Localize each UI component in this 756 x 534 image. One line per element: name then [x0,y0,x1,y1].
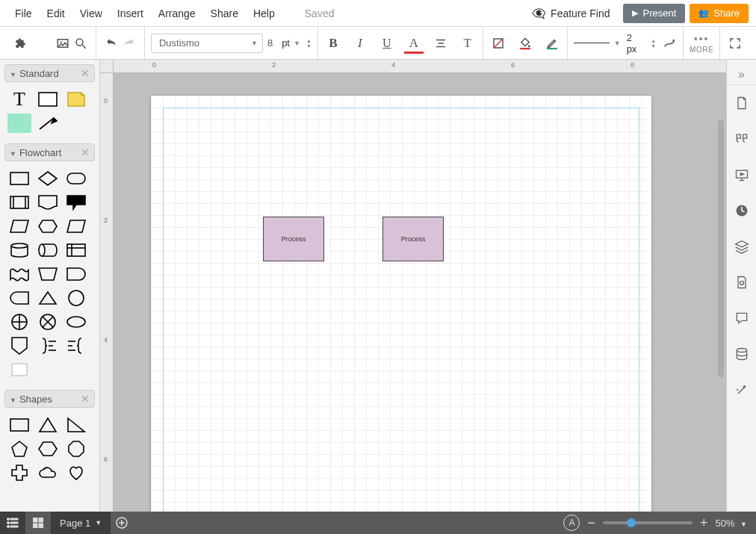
list-view-button[interactable] [0,512,25,534]
menu-arrange[interactable]: Arrange [151,3,203,24]
menu-view[interactable]: View [72,3,110,24]
fc-connector[interactable] [64,288,88,308]
section-standard[interactable]: ▼Standard ✕ [4,64,95,82]
canvas-area[interactable]: 0 2 4 6 8 0 2 4 6 Process Process [100,60,726,512]
shape-triangle[interactable] [36,415,60,435]
menu-help[interactable]: Help [246,3,282,24]
italic-button[interactable]: I [351,34,369,52]
redo-button[interactable] [120,34,138,52]
shape-rtriangle[interactable] [64,415,88,435]
shape-cross[interactable] [7,463,31,482]
zoom-value[interactable]: 50% ▼ [715,518,747,529]
arrow-tool[interactable] [36,114,60,133]
pen-button[interactable] [543,34,561,52]
feature-find-button[interactable]: 👁‍🗨 Feature Find [523,7,619,20]
fc-internal[interactable] [64,240,88,260]
fill-none-button[interactable] [489,34,507,52]
puzzle-icon[interactable] [12,34,30,52]
presentation-icon[interactable] [727,157,757,193]
section-shapes[interactable]: ▼Shapes ✕ [4,390,95,408]
share-button[interactable]: 👥 Share [690,4,749,23]
font-size-value[interactable]: 8 [267,37,273,49]
shape-pentagon[interactable] [7,439,31,459]
shape-octagon[interactable] [64,439,88,459]
fc-extract[interactable] [36,288,60,308]
font-unit-select[interactable]: pt ▼ [277,35,303,52]
fc-predefined[interactable] [7,193,31,212]
page-selector[interactable]: Page 1 ▼ [51,512,111,534]
stroke-width-value[interactable]: 2 px [627,32,642,55]
fc-brace-right[interactable] [36,336,60,356]
zoom-in-button[interactable]: + [700,515,708,531]
text-color-button[interactable]: A [405,34,423,52]
menu-share[interactable]: Share [203,3,246,24]
zoom-thumb[interactable] [627,518,636,527]
rect-shape[interactable] [36,90,60,109]
database-icon[interactable] [727,336,757,372]
menu-insert[interactable]: Insert [110,3,151,24]
fc-process[interactable] [7,169,31,188]
close-icon[interactable]: ✕ [81,146,90,158]
step-up-icon[interactable]: ▲ [651,38,656,43]
step-down-icon[interactable]: ▼ [651,43,656,49]
text-tool[interactable]: T [7,90,31,109]
dock-collapse-button[interactable]: » [727,64,756,85]
fc-callout[interactable] [64,193,88,212]
more-button[interactable]: ••• MORE [690,33,713,54]
search-icon[interactable] [72,34,90,52]
menu-file[interactable]: File [7,3,40,24]
fc-cylinder-h[interactable] [36,240,60,260]
comment-icon[interactable] [727,300,757,336]
font-family-select[interactable]: Dustismo ▼ [151,34,263,53]
grid-view-button[interactable] [25,512,51,534]
shape-cloud[interactable] [36,463,60,482]
canvas-viewport[interactable]: Process Process [114,73,726,512]
fc-offpage[interactable] [7,336,31,356]
zoom-slider[interactable] [603,521,693,524]
step-down-icon[interactable]: ▼ [306,43,312,49]
bold-button[interactable]: B [324,34,342,52]
zoom-out-button[interactable]: − [587,515,595,531]
fc-display[interactable] [7,288,31,308]
page[interactable]: Process Process [151,96,651,512]
highlight-shape[interactable] [7,114,31,133]
shape-hexagon[interactable] [36,439,60,459]
text-options-button[interactable]: T [459,34,477,52]
stroke-width-stepper[interactable]: ▲ ▼ [651,38,656,49]
step-up-icon[interactable]: ▲ [306,38,312,43]
fc-document[interactable] [36,193,60,212]
fc-hexagon[interactable] [36,217,60,236]
line-style-select[interactable]: ▼ [574,40,621,47]
data-icon[interactable] [727,264,757,300]
canvas-process-box[interactable]: Process [263,217,324,261]
image-icon[interactable] [54,34,72,52]
layers-icon[interactable] [727,229,757,264]
fc-tape[interactable] [7,264,31,284]
shape-rect[interactable] [7,415,31,435]
section-flowchart[interactable]: ▼Flowchart ✕ [4,143,95,161]
fc-database[interactable] [7,240,31,260]
quote-icon[interactable] [727,121,757,157]
fc-manual[interactable] [36,264,60,284]
fc-brace-left[interactable] [64,336,88,356]
shape-heart[interactable] [64,463,88,482]
close-icon[interactable]: ✕ [81,393,90,405]
fc-sum[interactable] [7,312,31,332]
fill-color-button[interactable] [516,34,534,52]
present-button[interactable]: ▶ Present [623,4,685,23]
fc-parallelogram[interactable] [64,217,88,236]
wand-icon[interactable] [727,372,757,408]
fullscreen-button[interactable] [726,34,744,52]
fc-or[interactable] [36,312,60,332]
menu-edit[interactable]: Edit [40,3,72,24]
underline-button[interactable]: U [378,34,396,52]
align-button[interactable] [432,34,450,52]
close-icon[interactable]: ✕ [81,67,90,79]
note-shape[interactable] [64,90,88,109]
page-icon[interactable] [727,85,757,121]
fc-blank[interactable] [7,360,31,379]
canvas-process-box[interactable]: Process [382,217,444,261]
add-page-button[interactable] [111,512,133,534]
clock-icon[interactable] [727,193,757,229]
fc-terminator[interactable] [64,169,88,188]
